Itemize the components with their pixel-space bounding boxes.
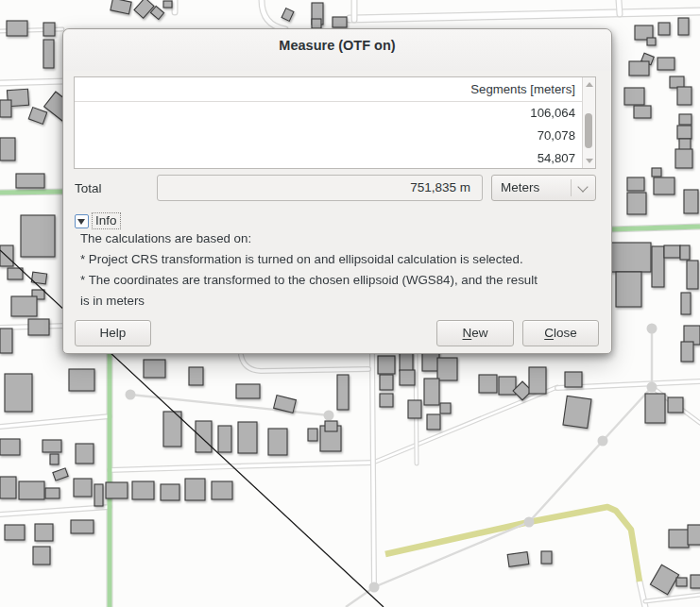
scroll-down-icon[interactable] bbox=[586, 159, 593, 163]
info-expander-label[interactable]: Info bbox=[92, 212, 121, 229]
help-button[interactable]: Help bbox=[75, 320, 151, 346]
unit-dropdown[interactable]: Meters bbox=[491, 175, 596, 201]
scrollbar-thumb[interactable] bbox=[585, 113, 592, 148]
segments-table[interactable]: Segments [meters] 106,06470,07854,807 bbox=[74, 76, 596, 169]
info-line: is in meters bbox=[80, 291, 602, 312]
triangle-down-icon bbox=[77, 219, 85, 225]
total-value-field[interactable]: 751,835 m bbox=[157, 175, 483, 201]
segment-row: 54,807 bbox=[75, 147, 582, 170]
segments-column-header: Segments [meters] bbox=[75, 77, 595, 102]
total-label: Total bbox=[75, 181, 102, 195]
screen: Measure (OTF on) Segments [meters] 106,0… bbox=[0, 0, 700, 607]
info-text: The calculations are based on: * Project… bbox=[80, 228, 602, 312]
info-expander-toggle[interactable] bbox=[75, 214, 89, 228]
segment-row: 106,064 bbox=[75, 102, 582, 125]
info-line: * The coordinates are transformed to the… bbox=[80, 270, 602, 291]
close-button[interactable]: Close bbox=[522, 320, 599, 346]
measure-dialog: Measure (OTF on) Segments [meters] 106,0… bbox=[62, 28, 612, 354]
unit-dropdown-value: Meters bbox=[501, 180, 539, 194]
segments-scrollbar[interactable] bbox=[582, 77, 595, 168]
segments-rows: 106,06470,07854,807 bbox=[75, 102, 582, 170]
info-line: The calculations are based on: bbox=[80, 228, 602, 249]
dialog-titlebar[interactable]: Measure (OTF on) bbox=[63, 29, 611, 71]
new-button[interactable]: New bbox=[436, 320, 514, 346]
info-line: * Project CRS transformation is turned o… bbox=[80, 249, 602, 270]
scroll-up-icon[interactable] bbox=[586, 82, 593, 87]
dialog-title: Measure (OTF on) bbox=[63, 38, 611, 53]
chevron-down-icon bbox=[577, 181, 588, 192]
segment-row: 70,078 bbox=[75, 125, 582, 147]
dropdown-separator bbox=[571, 179, 572, 196]
